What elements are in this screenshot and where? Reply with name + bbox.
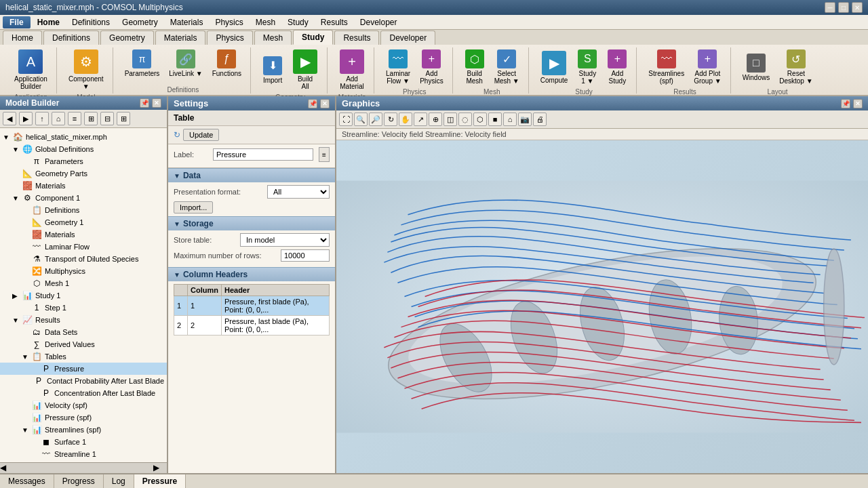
store-table-select[interactable]: In model In file (240, 233, 330, 247)
graphics-close-button[interactable]: ✕ (853, 99, 863, 108)
tree-item-global_defs[interactable]: ▼🌐Global Definitions (0, 143, 167, 155)
tree-item-surface1[interactable]: ◼Surface 1 (0, 436, 167, 448)
mb-expand-button[interactable]: ⊞ (117, 112, 130, 125)
mb-details-button[interactable]: ⊟ (100, 112, 114, 125)
add-material-button[interactable]: + AddMaterial (336, 47, 368, 92)
ribbon-tab-study[interactable]: Study (293, 30, 333, 45)
maximize-button[interactable]: □ (838, 2, 849, 13)
print-button[interactable]: 🖨 (533, 113, 547, 126)
transparency-button[interactable]: ◌ (458, 113, 472, 126)
compute-button[interactable]: ▶ Compute (537, 49, 572, 86)
tree-item-mesh1[interactable]: ⬡Mesh 1 (0, 277, 167, 289)
ribbon-tab-physics[interactable]: Physics (207, 30, 252, 45)
ribbon-tab-materials[interactable]: Materials (155, 30, 206, 45)
tree-item-tables[interactable]: ▼📋Tables (0, 350, 167, 363)
add-plot-group-button[interactable]: + Add PlotGroup ▼ (690, 47, 724, 87)
axis-button[interactable]: ⊕ (429, 113, 442, 126)
menu-study[interactable]: Study (282, 16, 314, 28)
ribbon-tab-definitions[interactable]: Definitions (43, 30, 99, 45)
import-button[interactable]: ⬇ Import (259, 54, 286, 86)
tree-item-transport[interactable]: ⚗Transport of Diluted Species (0, 253, 167, 265)
tree-item-study1[interactable]: ▶📊Study 1 (0, 289, 167, 302)
tree-item-geometry1[interactable]: 📐Geometry 1 (0, 216, 167, 228)
ribbon-tab-geometry[interactable]: Geometry (100, 30, 154, 45)
tree-item-pressure_spf[interactable]: 📊Pressure (spf) (0, 411, 167, 424)
mb-up-button[interactable]: ↑ (35, 112, 49, 125)
label-input[interactable] (213, 148, 313, 161)
settings-pin-button[interactable]: 📌 (308, 99, 317, 108)
ribbon-tab-developer[interactable]: Developer (380, 30, 435, 45)
ribbon-tab-home[interactable]: Home (3, 30, 42, 45)
tree-item-step1[interactable]: 1Step 1 (0, 302, 167, 314)
presentation-format-select[interactable]: All Table Plot (267, 185, 330, 199)
update-button[interactable]: Update (183, 129, 219, 141)
tree-item-velocity_spf[interactable]: 📊Velocity (spf) (0, 399, 167, 411)
mb-scroll-right[interactable]: ▶ (153, 463, 167, 473)
label-btn[interactable]: ≡ (319, 147, 330, 162)
max-rows-input[interactable] (281, 249, 330, 262)
mb-scroll-left[interactable]: ◀ (0, 463, 14, 473)
windows-button[interactable]: □ Windows (739, 52, 774, 83)
parameters-button[interactable]: π Parameters (121, 47, 163, 79)
menu-file[interactable]: File (3, 16, 31, 28)
tree-item-results[interactable]: ▼📈Results (0, 314, 167, 326)
tree-item-derived_values[interactable]: ∑Derived Values (0, 338, 167, 350)
menu-results[interactable]: Results (315, 16, 353, 28)
camera-button[interactable]: 📷 (518, 113, 532, 126)
add-study-button[interactable]: + AddStudy (604, 47, 631, 87)
tree-item-root[interactable]: ▼🏠helical_static_mixer.mph (0, 131, 167, 143)
mb-scroll-thumb[interactable] (14, 463, 153, 473)
minimize-button[interactable]: ─ (825, 2, 835, 13)
mb-tree-view-button[interactable]: ⊞ (84, 112, 98, 125)
functions-button[interactable]: ƒ Functions (209, 47, 245, 79)
mb-list-view-button[interactable]: ≡ (68, 112, 81, 125)
tree-item-laminar_flow[interactable]: 〰Laminar Flow (0, 241, 167, 253)
storage-section-header[interactable]: ▼ Storage (168, 216, 335, 230)
build-all-button[interactable]: ▶ BuildAll (289, 47, 321, 92)
menu-developer[interactable]: Developer (355, 16, 403, 28)
application-builder-button[interactable]: A ApplicationBuilder (11, 47, 51, 92)
column-headers-section-header[interactable]: ▼ Column Headers (168, 267, 335, 281)
tree-item-definitions[interactable]: 📋Definitions (0, 204, 167, 216)
reset-view-button[interactable]: ⌂ (503, 113, 517, 126)
tree-item-datasets[interactable]: 🗂Data Sets (0, 326, 167, 338)
surface-button[interactable]: ■ (488, 113, 502, 126)
clip-plane-button[interactable]: ◫ (443, 113, 457, 126)
tree-item-contact_prob[interactable]: PContact Probability After Last Blade (0, 375, 167, 387)
livelink-button[interactable]: 🔗 LiveLink ▼ (165, 47, 205, 79)
console-tab-log[interactable]: Log (104, 474, 134, 488)
component-button[interactable]: ⚙ Component▼ (65, 47, 107, 92)
add-physics-button[interactable]: + AddPhysics (416, 47, 446, 87)
tree-item-materials2[interactable]: 🧱Materials (0, 228, 167, 241)
mb-forward-button[interactable]: ▶ (19, 112, 33, 125)
tree-item-materials[interactable]: 🧱Materials (0, 180, 167, 192)
close-button[interactable]: ✕ (852, 2, 863, 13)
ribbon-tab-mesh[interactable]: Mesh (254, 30, 292, 45)
tree-item-parameters[interactable]: πParameters (0, 155, 167, 167)
laminar-flow-button[interactable]: 〰 LaminarFlow ▼ (382, 47, 414, 87)
mb-close-button[interactable]: ✕ (152, 98, 161, 108)
pan-button[interactable]: ✋ (399, 113, 412, 126)
graphics-pin-button[interactable]: 📌 (841, 99, 850, 108)
select-mesh-button[interactable]: ✓ SelectMesh ▼ (491, 47, 523, 87)
menu-materials[interactable]: Materials (165, 16, 209, 28)
zoom-out-button[interactable]: 🔎 (369, 113, 382, 126)
build-mesh-button[interactable]: ⬡ BuildMesh (461, 47, 488, 87)
console-tab-pressure[interactable]: Pressure (134, 474, 186, 488)
menu-definitions[interactable]: Definitions (66, 16, 115, 28)
zoom-in-button[interactable]: 🔍 (354, 113, 368, 126)
menu-mesh[interactable]: Mesh (250, 16, 281, 28)
col-row-2[interactable]: 2 2 Pressure, last blade (Pa), Point: (0… (174, 316, 330, 336)
rotate-button[interactable]: ↻ (384, 113, 397, 126)
col-row-1[interactable]: 1 1 Pressure, first blade (Pa), Point: (… (174, 296, 330, 316)
graphics-viewport[interactable] (336, 140, 868, 473)
mb-back-button[interactable]: ◀ (3, 112, 16, 125)
tree-item-conc_last[interactable]: PConcentration After Last Blade (0, 387, 167, 399)
tree-item-pressure_table[interactable]: PPressure (0, 363, 167, 375)
tree-item-streamlines_spf[interactable]: ▼📊Streamlines (spf) (0, 424, 167, 436)
menu-home[interactable]: Home (32, 16, 65, 28)
study1-button[interactable]: S Study1 ▼ (574, 47, 601, 87)
console-tab-progress[interactable]: Progress (54, 474, 104, 488)
mb-home-button[interactable]: ⌂ (52, 112, 65, 125)
tree-item-streamline1[interactable]: 〰Streamline 1 (0, 448, 167, 460)
